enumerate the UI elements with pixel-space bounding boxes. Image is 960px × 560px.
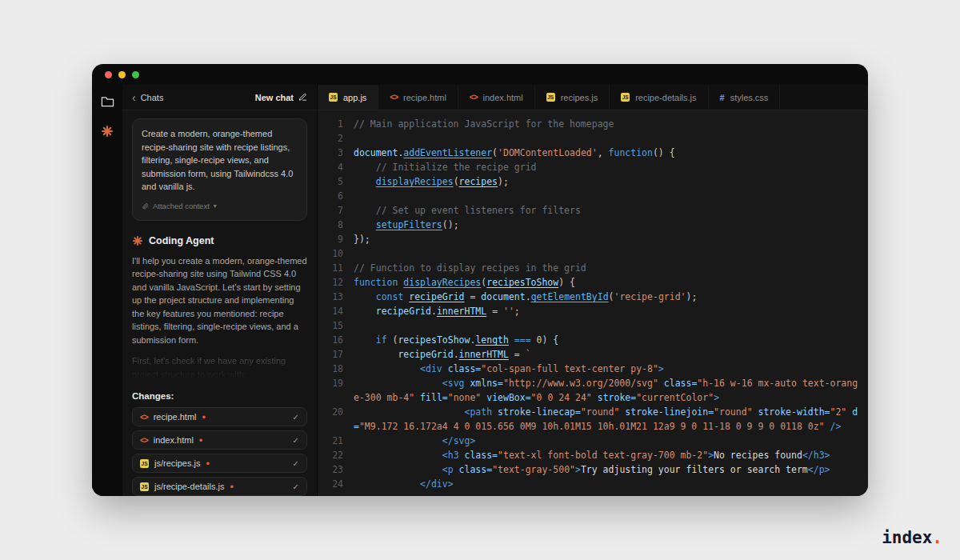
line-number: 22 [322, 448, 343, 462]
agent-intro-text: I'll help you create a modern, orange-th… [132, 254, 307, 347]
chat-header: ‹ Chats New chat [122, 85, 317, 110]
html-file-icon: <> [470, 93, 478, 102]
code-line: 4 // Initialize the recipe grid [322, 160, 860, 174]
code-line: 18 <div class="col-span-full text-center… [322, 362, 860, 376]
line-number: 6 [322, 189, 343, 203]
line-number: 15 [322, 318, 343, 333]
change-file-name: index.html [154, 435, 194, 445]
line-number: 14 [322, 304, 343, 318]
code-line: 3document.addEventListener('DOMContentLo… [322, 146, 860, 160]
change-row[interactable]: <>index.html•✓ [132, 430, 307, 450]
line-number: 17 [322, 347, 343, 362]
attached-context-label: Attached context [153, 201, 210, 212]
tab-recipes.js[interactable]: JSrecipes.js [535, 85, 610, 110]
check-icon: ✓ [293, 436, 299, 445]
code-line: 14 recipeGrid.innerHTML = ''; [322, 304, 860, 318]
line-number: 18 [322, 362, 343, 376]
line-number: 12 [322, 275, 343, 290]
code-line: 17 recipeGrid.innerHTML = ` [322, 347, 860, 362]
code-line: 15 [322, 318, 860, 333]
change-file-name: js/recipe-details.js [154, 482, 224, 491]
tab-styles.css[interactable]: #styles.css [709, 85, 781, 110]
chat-scroll-area[interactable]: Create a modern, orange-themed recipe-sh… [122, 110, 317, 496]
change-row[interactable]: JSjs/recipes.js•✓ [132, 454, 307, 473]
line-number: 13 [322, 290, 343, 304]
tab-app.js[interactable]: JSapp.js [318, 85, 378, 110]
index-brand-logo: index. [882, 528, 942, 547]
paperclip-icon [142, 202, 149, 210]
js-file-icon: JS [329, 93, 338, 102]
tab-label: recipe-details.js [635, 93, 696, 102]
code-line: 13 const recipeGrid = document.getElemen… [322, 290, 860, 304]
modified-dot-icon: • [199, 435, 203, 446]
attached-context-toggle[interactable]: Attached context ▾ [142, 201, 298, 212]
user-message-card[interactable]: Create a modern, orange-themed recipe-sh… [132, 118, 307, 221]
line-number: 11 [322, 261, 343, 275]
modified-dot-icon: • [206, 458, 210, 469]
js-file-icon: JS [546, 93, 555, 102]
user-message-text: Create a modern, orange-themed recipe-sh… [142, 127, 298, 194]
new-chat-button[interactable]: New chat [255, 93, 307, 102]
check-icon: ✓ [293, 459, 299, 468]
agent-flower-icon [132, 235, 143, 246]
code-line: 23 <p class="text-gray-500">Try adjustin… [322, 462, 860, 477]
chevron-down-icon: ▾ [214, 202, 217, 211]
new-chat-label: New chat [255, 93, 294, 102]
tab-recipe-details.js[interactable]: JSrecipe-details.js [610, 85, 708, 110]
agent-followup-text: First, let's check if we have any existi… [132, 354, 307, 381]
line-number: 19 [322, 376, 343, 405]
html-file-icon: <> [140, 413, 148, 422]
line-number: 4 [322, 160, 343, 174]
code-editor: JSapp.js<>recipe.html<>index.htmlJSrecip… [318, 85, 868, 496]
close-window-button[interactable] [105, 71, 112, 78]
line-number: 23 [322, 462, 343, 477]
chat-panel: ‹ Chats New chat Create a modern, orange… [122, 85, 318, 496]
changes-list: <>recipe.html•✓<>index.html•✓JSjs/recipe… [132, 407, 307, 496]
line-number: 8 [322, 218, 343, 232]
code-line: 2 [322, 131, 860, 146]
code-line: 9}); [322, 232, 860, 246]
code-line: 24 </div> [322, 477, 860, 491]
code-line: 5 displayRecipes(recipes); [322, 174, 860, 189]
window-titlebar [92, 64, 868, 85]
changes-heading: Changes: [132, 391, 307, 401]
modified-dot-icon: • [230, 482, 234, 492]
chats-back-button[interactable]: ‹ Chats [132, 92, 163, 103]
line-number: 7 [322, 203, 343, 218]
code-line: 8 setupFilters(); [322, 218, 860, 232]
html-file-icon: <> [140, 436, 148, 445]
change-row[interactable]: JSjs/recipe-details.js•✓ [132, 477, 307, 496]
line-number: 2 [322, 131, 343, 146]
tab-label: recipe.html [403, 93, 446, 102]
tab-label: styles.css [730, 93, 769, 102]
line-number: 3 [322, 146, 343, 160]
code-line: 10 [322, 246, 860, 261]
change-row[interactable]: <>recipe.html•✓ [132, 407, 307, 426]
code-line: 21 </svg> [322, 434, 860, 448]
code-line: 22 <h3 class="text-xl font-bold text-gra… [322, 448, 860, 462]
tab-label: index.html [483, 93, 523, 102]
line-number: 24 [322, 477, 343, 491]
minimize-window-button[interactable] [118, 71, 126, 78]
line-number: 10 [322, 246, 343, 261]
tab-index.html[interactable]: <>index.html [458, 85, 535, 110]
line-number: 9 [322, 232, 343, 246]
change-file-name: recipe.html [154, 412, 197, 422]
app-window: ‹ Chats New chat Create a modern, orange… [92, 64, 868, 496]
tab-label: recipes.js [561, 93, 598, 102]
agent-name: Coding Agent [149, 235, 214, 246]
line-number: 16 [322, 333, 343, 347]
tab-recipe.html[interactable]: <>recipe.html [378, 85, 458, 110]
code-line: 20 <path stroke-linecap="round" stroke-l… [322, 405, 860, 434]
maximize-window-button[interactable] [132, 71, 139, 78]
line-number: 21 [322, 434, 343, 448]
line-number: 5 [322, 174, 343, 189]
code-line: 1// Main application JavaScript for the … [322, 117, 860, 131]
chevron-left-icon: ‹ [132, 92, 136, 103]
files-folder-icon[interactable] [99, 93, 115, 109]
code-area[interactable]: 1// Main application JavaScript for the … [318, 110, 868, 496]
line-number: 1 [322, 117, 343, 131]
agent-logo-icon[interactable] [99, 123, 115, 139]
change-file-name: js/recipes.js [154, 458, 200, 468]
js-file-icon: JS [140, 459, 149, 468]
